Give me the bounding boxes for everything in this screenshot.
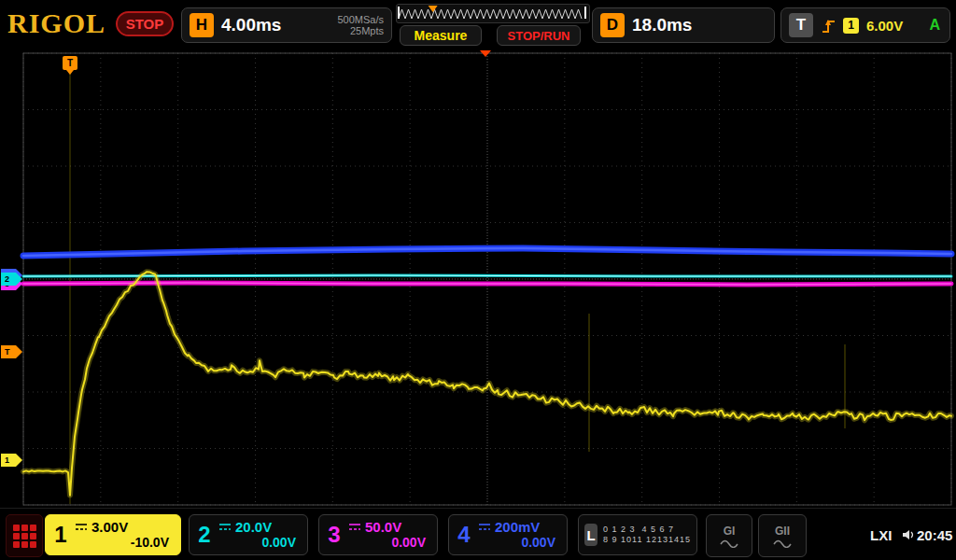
channel-1-badge: 1 bbox=[51, 522, 70, 548]
coupling-icon bbox=[348, 523, 361, 532]
generator-2-label: GII bbox=[775, 525, 790, 538]
timebase-value: 4.00ms bbox=[221, 15, 281, 35]
channel-1-settings[interactable]: 1 3.00V -10.0V bbox=[45, 514, 181, 555]
generator-1-button[interactable]: GI bbox=[706, 514, 752, 557]
channel-2-badge: 2 bbox=[195, 522, 214, 548]
sample-rate: 500MSa/s bbox=[337, 14, 384, 25]
delay-settings[interactable]: D 18.0ms bbox=[592, 7, 775, 43]
logic-badge: L bbox=[584, 524, 598, 546]
brand-logo: RIGOL bbox=[7, 7, 105, 39]
channel-2-settings[interactable]: 2 20.0V 0.00V bbox=[189, 514, 308, 555]
stop-run-button[interactable]: STOP/RUN bbox=[497, 25, 581, 46]
channel-3-offset: 0.00V bbox=[348, 536, 431, 550]
waveform-display[interactable]: T 432T1 bbox=[0, 50, 956, 508]
horizontal-settings[interactable]: H 4.00ms 500MSa/s 25Mpts bbox=[181, 7, 392, 43]
coupling-icon bbox=[218, 523, 232, 532]
measure-button[interactable]: Measure bbox=[400, 25, 482, 46]
channel-4-badge: 4 bbox=[455, 522, 473, 548]
sine-wave-icon bbox=[720, 539, 738, 548]
logic-channels-settings[interactable]: L 0 1 2 3 4 5 6 7 8 9 1011 12131415 bbox=[578, 514, 697, 555]
channel-1-scale: 3.00V bbox=[91, 520, 128, 535]
menu-grid-icon bbox=[13, 525, 36, 548]
delay-center-marker bbox=[480, 50, 491, 57]
sine-wave-icon bbox=[773, 539, 792, 548]
waveform-position-bar[interactable] bbox=[396, 4, 590, 23]
oscilloscope-screen: RIGOL STOP H 4.00ms 500MSa/s 25Mpts Meas… bbox=[0, 0, 956, 560]
trigger-settings[interactable]: T 1 6.00V A bbox=[780, 7, 950, 43]
coupling-icon bbox=[478, 523, 491, 532]
position-minimap-icon bbox=[397, 5, 587, 21]
coupling-icon bbox=[75, 523, 88, 532]
channel-3-badge: 3 bbox=[325, 522, 344, 548]
speaker-icon[interactable] bbox=[902, 528, 915, 541]
logic-channels-row1: 0 1 2 3 4 5 6 7 bbox=[603, 525, 691, 535]
channel-4-offset: 0.00V bbox=[478, 536, 561, 550]
lxi-indicator: LXI bbox=[870, 509, 892, 560]
channel-4-settings[interactable]: 4 200mV 0.00V bbox=[448, 514, 568, 555]
clock-display: 20:45 bbox=[917, 509, 952, 560]
graticule-and-traces bbox=[0, 50, 956, 508]
generator-1-label: GI bbox=[724, 525, 736, 538]
run-state-badge[interactable]: STOP bbox=[116, 11, 174, 36]
channel-2-scale: 20.0V bbox=[235, 520, 272, 535]
trigger-slope-icon bbox=[821, 17, 836, 34]
trigger-position-flag[interactable]: T bbox=[63, 56, 77, 70]
generator-2-button[interactable]: GII bbox=[758, 514, 807, 557]
bottom-bar: 1 3.00V -10.0V 2 bbox=[0, 508, 956, 560]
trigger-level-value: 6.00V bbox=[866, 18, 903, 34]
horizontal-icon: H bbox=[190, 13, 214, 37]
delay-icon: D bbox=[600, 13, 625, 37]
channel-4-scale: 200mV bbox=[495, 520, 540, 535]
trigger-icon: T bbox=[789, 13, 813, 37]
channel-3-scale: 50.0V bbox=[365, 520, 401, 535]
delay-value: 18.0ms bbox=[632, 15, 692, 35]
top-bar: RIGOL STOP H 4.00ms 500MSa/s 25Mpts Meas… bbox=[0, 0, 956, 50]
memory-depth: 25Mpts bbox=[350, 25, 384, 36]
trigger-sweep-mode: A bbox=[929, 17, 942, 34]
logic-channels-row2: 8 9 1011 12131415 bbox=[603, 535, 691, 545]
channel-2-offset: 0.00V bbox=[218, 536, 302, 550]
channel-3-settings[interactable]: 3 50.0V 0.00V bbox=[318, 514, 438, 555]
trigger-source-badge: 1 bbox=[843, 18, 859, 34]
menu-button[interactable] bbox=[6, 514, 43, 557]
channel-1-offset: -10.0V bbox=[75, 536, 175, 550]
